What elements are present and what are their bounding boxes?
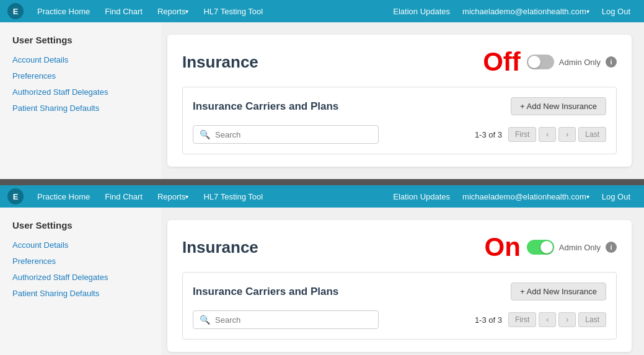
pagination-next-off[interactable]: › (558, 127, 576, 142)
elation-updates-link[interactable]: Elation Updates (387, 7, 456, 16)
insurance-header-off: Insurance Off Admin Only i (182, 47, 617, 77)
search-icon-off: 🔍 (200, 129, 210, 139)
pagination-last-on[interactable]: Last (578, 312, 606, 327)
carriers-header-on: Insurance Carriers and Plans + Add New I… (193, 283, 606, 300)
toggle-knob-on (540, 241, 553, 253)
reports-dropdown-arrow: ▾ (185, 8, 188, 15)
user-settings-title-2: User Settings (12, 220, 149, 230)
sidebar-bottom: User Settings Account Details Preference… (0, 208, 161, 355)
insurance-status-on: On Admin Only i (484, 232, 617, 262)
navbar-bottom: E Practice Home Find Chart Reports ▾ HL7… (0, 185, 644, 208)
find-chart-link[interactable]: Find Chart (99, 0, 149, 22)
reports-dropdown-arrow-2: ▾ (185, 193, 188, 200)
search-input-off[interactable] (215, 130, 372, 139)
user-settings-title: User Settings (12, 35, 149, 45)
sidebar-item-patient-sharing[interactable]: Patient Sharing Defaults (12, 103, 99, 113)
find-chart-link-2[interactable]: Find Chart (99, 185, 149, 208)
info-icon-on[interactable]: i (606, 242, 617, 253)
page-layout-top: User Settings Account Details Preference… (0, 22, 644, 179)
elation-updates-link-2[interactable]: Elation Updates (387, 192, 456, 201)
pagination-prev-on[interactable]: ‹ (539, 312, 556, 327)
search-pagination-row-on: 🔍 1-3 of 3 First ‹ › Last (193, 310, 606, 329)
insurance-title-off: Insurance (182, 53, 258, 72)
sidebar-item-authorized-staff[interactable]: Authorized Staff Delegates (12, 87, 108, 97)
carriers-panel-on: Insurance Carriers and Plans + Add New I… (182, 272, 617, 340)
logout-link[interactable]: Log Out (596, 7, 637, 16)
navbar-logo: E (7, 3, 24, 19)
reports-link[interactable]: Reports ▾ (151, 0, 195, 22)
status-text-on: On (484, 232, 520, 262)
sidebar-item-preferences[interactable]: Preferences (12, 71, 56, 81)
toggle-on[interactable] (527, 240, 554, 255)
insurance-title-on: Insurance (182, 238, 258, 257)
pagination-first-off[interactable]: First (508, 127, 536, 142)
pagination-info-on: 1-3 of 3 (475, 315, 502, 325)
sidebar-item-patient-sharing-2[interactable]: Patient Sharing Defaults (12, 289, 99, 298)
navbar-top: E Practice Home Find Chart Reports ▾ HL7… (0, 0, 644, 22)
search-input-on[interactable] (215, 315, 372, 325)
sidebar-item-account-details-2[interactable]: Account Details (12, 240, 68, 250)
pagination-next-on[interactable]: › (558, 312, 576, 327)
practice-home-link-2[interactable]: Practice Home (31, 185, 96, 208)
navbar-right-2: Elation Updates michaelademo@elationheal… (387, 192, 637, 201)
search-icon-on: 🔍 (200, 315, 210, 325)
admin-only-label-off: Admin Only (559, 58, 601, 67)
search-box-on[interactable]: 🔍 (193, 310, 379, 329)
toggle-knob-off (528, 56, 540, 68)
user-menu-dropdown-arrow-2: ▾ (586, 193, 589, 200)
insurance-card-on: Insurance On Admin Only i Insurance Carr… (167, 220, 632, 352)
status-text-off: Off (483, 47, 521, 77)
carriers-panel-off: Insurance Carriers and Plans + Add New I… (182, 87, 617, 154)
toggle-wrapper-on: Admin Only i (527, 240, 617, 255)
info-icon-off[interactable]: i (606, 56, 617, 68)
carriers-header-off: Insurance Carriers and Plans + Add New I… (193, 97, 606, 115)
hl7-link[interactable]: HL7 Testing Tool (197, 0, 269, 22)
navbar-logo-2: E (7, 188, 24, 204)
pagination-prev-off[interactable]: ‹ (539, 127, 556, 142)
toggle-wrapper-off: Admin Only i (527, 55, 617, 69)
sidebar-nav-bottom: Account Details Preferences Authorized S… (12, 239, 149, 299)
sidebar-nav-top: Account Details Preferences Authorized S… (12, 54, 149, 113)
navbar-right: Elation Updates michaelademo@elationheal… (387, 7, 637, 16)
admin-only-label-on: Admin Only (559, 243, 601, 252)
sidebar-item-account-details[interactable]: Account Details (12, 55, 68, 64)
practice-home-link[interactable]: Practice Home (31, 0, 96, 22)
search-pagination-row-off: 🔍 1-3 of 3 First ‹ › Last (193, 125, 606, 144)
content-top: Insurance Off Admin Only i Insurance Car… (161, 22, 644, 179)
pagination-on: 1-3 of 3 First ‹ › Last (475, 312, 606, 327)
add-insurance-btn-off[interactable]: + Add New Insurance (511, 97, 606, 115)
page-layout-bottom: User Settings Account Details Preference… (0, 208, 644, 355)
sidebar-top: User Settings Account Details Preference… (0, 22, 161, 179)
carriers-title-on: Insurance Carriers and Plans (193, 286, 338, 298)
user-menu-2[interactable]: michaelademo@elationhealth.com ▾ (456, 192, 596, 201)
pagination-first-on[interactable]: First (508, 312, 536, 327)
screen-divider (0, 179, 644, 185)
content-bottom: Insurance On Admin Only i Insurance Carr… (161, 208, 644, 355)
pagination-info-off: 1-3 of 3 (475, 130, 502, 139)
insurance-card-off: Insurance Off Admin Only i Insurance Car… (167, 35, 632, 167)
logout-link-2[interactable]: Log Out (596, 192, 637, 201)
sidebar-item-preferences-2[interactable]: Preferences (12, 256, 56, 266)
insurance-header-on: Insurance On Admin Only i (182, 232, 617, 262)
pagination-last-off[interactable]: Last (578, 127, 606, 142)
add-insurance-btn-on[interactable]: + Add New Insurance (511, 283, 606, 300)
search-box-off[interactable]: 🔍 (193, 125, 379, 144)
insurance-status-off: Off Admin Only i (483, 47, 617, 77)
reports-link-2[interactable]: Reports ▾ (151, 185, 195, 208)
pagination-off: 1-3 of 3 First ‹ › Last (475, 127, 606, 142)
user-menu-dropdown-arrow: ▾ (586, 8, 589, 15)
user-menu[interactable]: michaelademo@elationhealth.com ▾ (456, 7, 596, 16)
carriers-title-off: Insurance Carriers and Plans (193, 100, 338, 113)
hl7-link-2[interactable]: HL7 Testing Tool (197, 185, 269, 208)
sidebar-item-authorized-staff-2[interactable]: Authorized Staff Delegates (12, 273, 108, 282)
toggle-off[interactable] (527, 55, 554, 69)
